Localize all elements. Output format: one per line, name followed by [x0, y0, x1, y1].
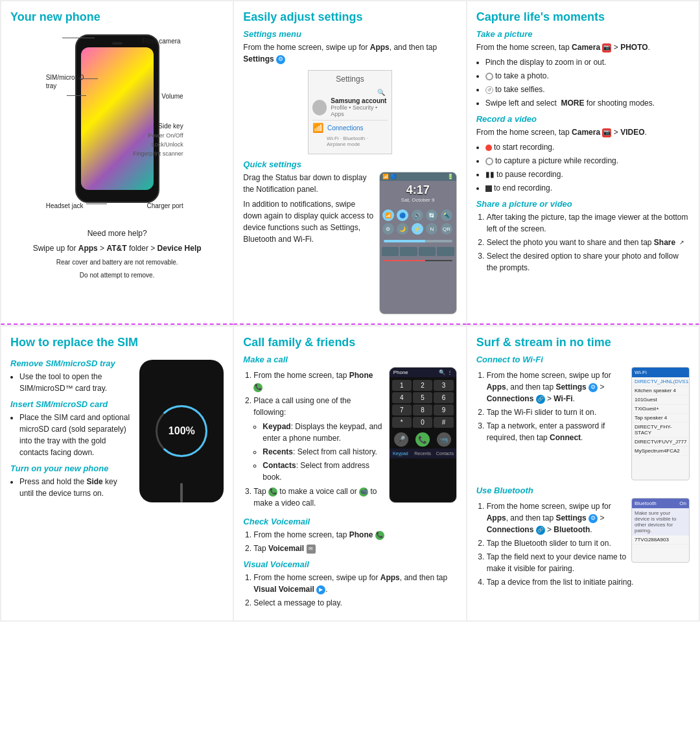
- qs-nfc-btn: N: [426, 223, 438, 235]
- share-step-1: After taking the picture, tap the image …: [487, 211, 690, 235]
- label-front-camera: Front camera: [142, 38, 180, 45]
- share-steps: After taking the picture, tap the image …: [487, 211, 690, 274]
- qs-volume-bar: [384, 260, 452, 261]
- key-9: 9: [434, 405, 453, 416]
- tab-contacts: Contacts: [434, 450, 456, 457]
- call-btn: 📞: [415, 432, 430, 447]
- phone-icon-3: 📞: [375, 531, 384, 540]
- settings-menu-desc: From the home screen, swipe up for Apps,…: [243, 41, 456, 65]
- key-6: 6: [434, 392, 453, 403]
- bt-step-4: Tap a device from the list to initiate p…: [487, 576, 690, 588]
- bt-toggle: On: [679, 500, 686, 506]
- share-icon: ↗: [678, 239, 686, 247]
- wifi-row-1: DIRECTV_JHNL(DVS138): [632, 377, 689, 386]
- qs-bt-btn: 🔵: [397, 209, 408, 221]
- call-action-buttons: 🎤 📞 📹: [390, 430, 456, 449]
- key-1: 1: [392, 380, 412, 391]
- qs-icons-left: 📶 🔵: [382, 174, 397, 180]
- call-tab-bar: Keypad Recents Contacts: [390, 449, 456, 458]
- bullet-photo: to take a photo.: [485, 70, 690, 82]
- line-front-camera: [62, 38, 95, 38]
- record-video-subtitle: Record a video: [476, 114, 690, 124]
- your-new-phone-title: Your new phone: [10, 10, 224, 24]
- bt-screenshot: Bluetooth On Make sure your device is vi…: [631, 498, 690, 563]
- quick-settings-section: 📶 🔵 🔋 4:17 Sat, October 9 📶 🔵 🔊 🔄 🔦 ⚙ 🌙 …: [243, 172, 456, 314]
- qs-media-1: [382, 247, 399, 256]
- bullet-stop: to end recording.: [485, 182, 690, 194]
- mute-btn: 🎤: [394, 432, 408, 447]
- qs-settings-btn: ⚙: [382, 223, 394, 235]
- make-call-content: Phone 🔍 ⋮ 1 2 3 4 5 6 7 8 9 * 0 #: [243, 367, 456, 511]
- label-headset: Headset jack: [46, 202, 84, 209]
- share-step-2: Select the photo you want to share and t…: [487, 237, 690, 248]
- qs-rotate-btn: 🔄: [426, 209, 438, 221]
- key-2: 2: [413, 380, 432, 391]
- rec-dot: [485, 145, 492, 151]
- settings-icon-bt: ⚙: [589, 514, 598, 523]
- phone-notch: [112, 42, 122, 45]
- camera-icon: 📷: [602, 43, 611, 53]
- phone-icon-2: 📞: [268, 487, 277, 497]
- call-friends-cell: Call family & friends Make a call Phone …: [233, 326, 466, 621]
- settings-icon: ⚙: [276, 55, 285, 64]
- charge-circle: 100%: [156, 405, 207, 457]
- ss-connections-row: 📶 Connections: [312, 123, 388, 133]
- qs-qr-btn: QR: [441, 223, 452, 235]
- vm-icon: ✉: [307, 545, 316, 554]
- bullet-pause: ▮▮ to pause recording.: [485, 169, 690, 180]
- qs-flashlight-btn: 🔦: [441, 209, 452, 221]
- bt-desc: Make sure your device is visible to othe…: [632, 508, 689, 535]
- qs-media-2: [400, 247, 417, 256]
- phone-body: [75, 34, 159, 203]
- key-star: *: [392, 417, 412, 428]
- help-section: Need more help? Swipe up for Apps > AT&T…: [10, 228, 224, 280]
- take-picture-subtitle: Take a picture: [476, 29, 690, 39]
- phone-icon-1: 📞: [253, 383, 262, 392]
- record-video-desc: From the home screen, tap Camera 📷 > VID…: [476, 126, 690, 138]
- wifi-row-3: 101Guest: [632, 395, 689, 405]
- capture-moments-cell: Capture life's moments Take a picture Fr…: [467, 1, 699, 325]
- key-hash: #: [434, 417, 453, 428]
- settings-icon-wifi: ⚙: [589, 383, 598, 392]
- qs-icons-right: 🔋: [447, 174, 454, 180]
- tab-recents: Recents: [412, 450, 434, 457]
- qs-sound-btn: 🔊: [412, 209, 423, 221]
- stop-icon: [485, 185, 492, 192]
- video-btn: 📹: [437, 432, 451, 447]
- shutter-icon-2: [485, 158, 493, 165]
- qs-date: Sat, October 9: [380, 197, 456, 203]
- line-charger: [86, 204, 99, 204]
- wifi-row-2: Kitchen speaker 4: [632, 386, 689, 395]
- settings-menu-subtitle: Settings menu: [243, 29, 456, 39]
- label-sidekey: Side keyPower On/OffLock/UnlockFingerpri…: [133, 122, 183, 158]
- phone-diagram: Front camera SIM/microSDtray Volume Side…: [46, 28, 189, 222]
- call-status-icons: 🔍 ⋮: [439, 370, 452, 375]
- label-sim: SIM/microSDtray: [46, 73, 84, 90]
- vvm-icon: ▶: [316, 585, 325, 594]
- key-5: 5: [413, 392, 432, 403]
- visual-vm-steps: From the home screen, swipe up for Apps,…: [253, 572, 456, 609]
- vvm-step-1: From the home screen, swipe up for Apps,…: [253, 572, 456, 595]
- bullet-pinch: Pinch the display to zoom in or out.: [485, 56, 690, 68]
- qs-panel: 📶 🔵 🔋 4:17 Sat, October 9 📶 🔵 🔊 🔄 🔦 ⚙ 🌙 …: [380, 172, 456, 314]
- charging-cable: [180, 483, 183, 502]
- label-volume: Volume: [161, 93, 183, 100]
- surf-stream-title: Surf & stream in no time: [476, 336, 690, 349]
- replace-sim-title: How to replace the SIM: [10, 336, 224, 349]
- settings-screenshot-title: Settings: [312, 75, 388, 84]
- replace-sim-content: 100% Remove SIM/microSD tray Use the too…: [10, 353, 224, 509]
- bullet-capture: to capture a picture while recording.: [485, 155, 690, 167]
- qs-dnd-btn: 🌙: [397, 223, 408, 235]
- qs-media-grid: [380, 245, 456, 258]
- voicemail-steps: From the home screen, tap Phone 📞 Tap Vo…: [253, 529, 456, 554]
- label-charger: Charger port: [147, 202, 183, 209]
- bt-device-row: 7TVG288A903: [632, 535, 689, 545]
- key-0: 0: [413, 417, 432, 428]
- wifi-row-8: MySpectrum4FCA2: [632, 447, 689, 456]
- take-picture-bullets: Pinch the display to zoom in or out. to …: [485, 56, 690, 109]
- call-keypad: 1 2 3 4 5 6 7 8 9 * 0 #: [390, 377, 456, 430]
- bt-subtitle: Use Bluetooth: [476, 486, 690, 495]
- share-subtitle: Share a picture or video: [476, 199, 690, 209]
- wifi-row-6: DIRECTV_FHY-STACY: [632, 423, 689, 438]
- wifi-row-5: Tap speaker 4: [632, 414, 689, 423]
